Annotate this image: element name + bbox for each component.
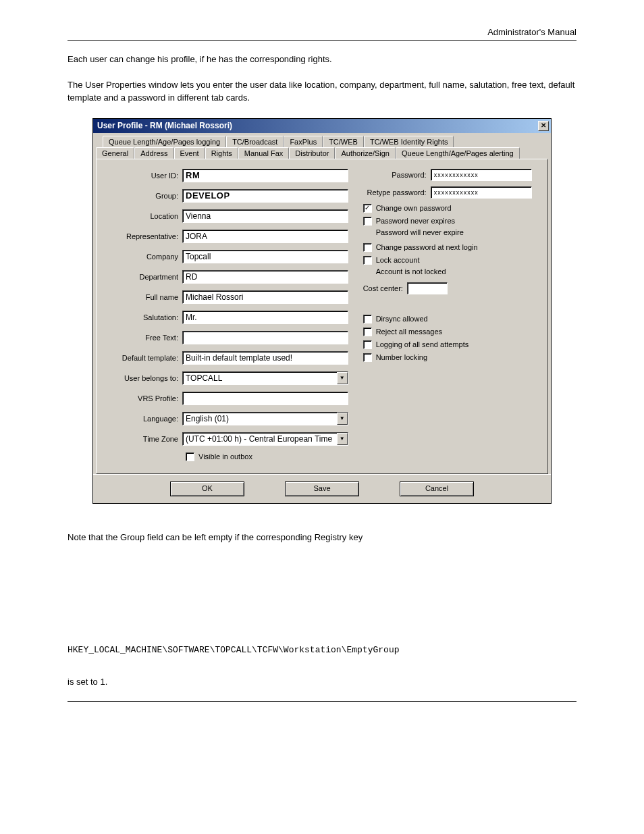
registry-path: HKEY_LOCAL_MACHINE\SOFTWARE\TOPCALL\TCFW… (68, 645, 576, 655)
user-belongs-to-value: TOPCALL (183, 372, 337, 384)
never-expires-label: Password never expires (376, 217, 455, 225)
dirsync-label: Dirsync allowed (376, 315, 428, 323)
default-template-input[interactable] (182, 351, 348, 365)
tab-general[interactable]: General (96, 147, 134, 159)
never-expires-checkbox[interactable] (363, 217, 372, 226)
change-next-login-checkbox[interactable] (363, 243, 372, 252)
location-input[interactable] (182, 209, 348, 223)
language-value: English (01) (183, 413, 337, 425)
user-id-label: User ID: (105, 172, 182, 180)
tab-authorize-sign[interactable]: Authorize/Sign (335, 147, 396, 159)
dirsync-checkbox[interactable] (363, 315, 372, 323)
retype-password-label: Retype password: (356, 188, 431, 197)
salutation-input[interactable] (182, 311, 348, 324)
tab-rights[interactable]: Rights (205, 147, 238, 159)
cancel-button[interactable]: Cancel (400, 481, 474, 496)
visible-outbox-checkbox[interactable] (186, 452, 194, 461)
representative-label: Representative: (105, 232, 182, 240)
fullname-label: Full name (105, 293, 182, 301)
reject-all-label: Reject all messages (376, 328, 442, 336)
language-label: Language: (105, 415, 182, 423)
tab-body-general: User ID: Group: Location (96, 159, 548, 474)
company-label: Company (105, 253, 182, 261)
number-locking-label: Number locking (376, 353, 427, 361)
change-next-login-label: Change password at next login (376, 243, 478, 251)
tab-queue-logging[interactable]: Queue Length/Age/Pages logging (103, 136, 226, 147)
tab-event[interactable]: Event (174, 147, 205, 159)
number-locking-checkbox[interactable] (363, 353, 372, 362)
group-label: Group: (105, 192, 182, 200)
tab-strip: Queue Length/Age/Pages logging TC/Broadc… (93, 133, 551, 474)
retype-password-input[interactable] (431, 186, 532, 199)
chevron-down-icon[interactable]: ▼ (337, 372, 348, 384)
doc-header: Administrator's Manual (68, 27, 576, 41)
tab-tcweb-identity[interactable]: TC/WEB Identity Rights (364, 136, 454, 147)
salutation-label: Salutation: (105, 313, 182, 321)
close-button[interactable]: ✕ (538, 121, 549, 131)
tab-tcweb[interactable]: TC/WEB (323, 136, 364, 147)
tab-address[interactable]: Address (134, 147, 173, 159)
change-own-pw-checkbox[interactable]: ✓ (363, 204, 372, 213)
visible-outbox-label: Visible in outbox (198, 452, 252, 461)
tab-faxplus[interactable]: FaxPlus (284, 136, 323, 147)
language-select[interactable]: English (01) ▼ (182, 412, 348, 425)
password-label: Password: (356, 171, 431, 179)
reject-all-checkbox[interactable] (363, 328, 372, 336)
timezone-value: (UTC +01:00 h) - Central European Time (183, 433, 337, 445)
change-own-pw-label: Change own password (376, 204, 452, 212)
freetext-label: Free Text: (105, 334, 182, 342)
tab-tc-broadcast[interactable]: TC/Broadcast (226, 136, 284, 147)
chevron-down-icon[interactable]: ▼ (337, 433, 348, 445)
lock-account-checkbox[interactable] (363, 256, 372, 265)
freetext-input[interactable] (182, 331, 348, 344)
timezone-select[interactable]: (UTC +01:00 h) - Central European Time ▼ (182, 432, 348, 446)
tab-manual-fax[interactable]: Manual Fax (238, 147, 289, 159)
location-label: Location (105, 212, 182, 220)
note-p1: Note that the Group field can be left em… (68, 531, 576, 544)
footer-divider (68, 701, 576, 702)
fullname-input[interactable] (182, 290, 348, 304)
cost-center-input[interactable] (407, 282, 448, 294)
group-input[interactable] (182, 189, 348, 203)
note-p2: is set to 1. (68, 675, 576, 689)
department-label: Department (105, 273, 182, 281)
lock-account-label: Lock account (376, 256, 420, 264)
user-belongs-to-label: User belongs to: (105, 374, 182, 382)
user-belongs-to-select[interactable]: TOPCALL ▼ (182, 371, 348, 385)
logging-all-label: Logging of all send attempts (376, 340, 469, 348)
vrs-profile-input[interactable] (182, 392, 348, 405)
vrs-profile-label: VRS Profile: (105, 394, 182, 402)
password-input[interactable] (431, 169, 532, 181)
ok-button[interactable]: OK (170, 481, 244, 496)
cost-center-label: Cost center: (363, 284, 403, 292)
logging-all-checkbox[interactable] (363, 340, 372, 349)
department-input[interactable] (182, 270, 348, 284)
lock-account-subtext: Account is not locked (356, 267, 539, 276)
dialog-title: User Profile - RM (Michael Rossori) (97, 121, 538, 130)
tab-queue-alerting[interactable]: Queue Length/Age/Pages alerting (396, 147, 520, 159)
save-button[interactable]: Save (285, 481, 359, 496)
paragraph-1: Each user can change his profile, if he … (68, 53, 576, 66)
company-input[interactable] (182, 250, 348, 263)
close-icon: ✕ (541, 122, 546, 129)
user-id-input[interactable] (182, 169, 348, 182)
button-bar: OK Save Cancel (93, 474, 551, 503)
chevron-down-icon[interactable]: ▼ (337, 413, 348, 425)
paragraph-2: The User Properties window lets you ente… (68, 78, 576, 105)
tab-distributor[interactable]: Distributor (289, 147, 335, 159)
default-template-label: Default template: (105, 354, 182, 362)
user-profile-dialog: User Profile - RM (Michael Rossori) ✕ Qu… (92, 118, 552, 504)
representative-input[interactable] (182, 230, 348, 243)
titlebar: User Profile - RM (Michael Rossori) ✕ (93, 119, 551, 133)
never-expires-subtext: Password will never expire (356, 228, 539, 236)
timezone-label: Time Zone (105, 435, 182, 443)
